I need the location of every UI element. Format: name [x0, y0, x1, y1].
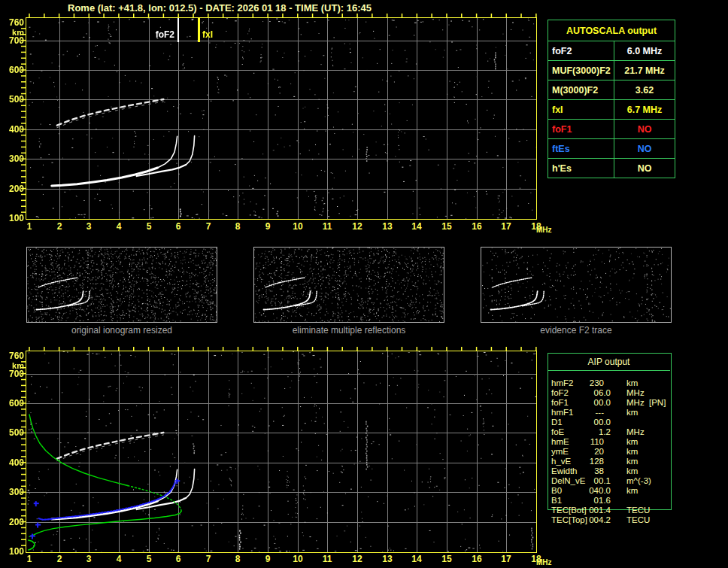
- ionogram-bottom-plot: [26, 351, 537, 553]
- y-tick-label-top: 760: [0, 18, 24, 27]
- aip-unit: km: [626, 457, 638, 466]
- aip-unit: km: [626, 466, 638, 476]
- x-tick-label-bottom: 5: [138, 554, 160, 563]
- autoscala-value: NO: [614, 139, 675, 159]
- x-tick-label-top: 10: [287, 222, 309, 231]
- autoscala-param: M(3000)F2: [548, 80, 614, 100]
- autoscala-param: ftEs: [548, 139, 614, 159]
- y-tick-label-bottom: 760: [0, 351, 24, 360]
- x-tick-label-top: 2: [48, 222, 71, 231]
- aip-row: Ewidth38km: [548, 466, 728, 476]
- aip-table-title: AIP output: [548, 357, 670, 367]
- fxi-marker-label: fxI: [202, 30, 213, 39]
- y-axis-unit-top: km: [0, 29, 24, 37]
- panel-original-canvas: [27, 248, 217, 322]
- aip-param: hmF2: [551, 378, 573, 388]
- x-tick-label-bottom: 2: [48, 554, 71, 563]
- x-tick-label-bottom: 14: [405, 554, 428, 563]
- fof2-marker-label: foF2: [149, 30, 174, 39]
- autoscala-row: foF1NO: [548, 120, 675, 139]
- aip-row: foF206.0MHz: [548, 388, 728, 398]
- aip-unit: MHz: [626, 388, 645, 398]
- autoscala-table-title: AUTOSCALA output: [548, 20, 675, 41]
- y-tick-label-bottom: 700: [0, 369, 24, 378]
- autoscala-row: ftEsNO: [548, 139, 675, 159]
- autoscala-value: NO: [614, 120, 675, 139]
- aip-param: foE: [551, 427, 564, 437]
- aip-value: 110: [578, 437, 604, 447]
- aip-unit: TECU: [626, 515, 650, 525]
- aip-row: D100.0: [548, 418, 728, 427]
- panel-caption-original: original ionogram resized: [26, 325, 217, 336]
- aip-row: foE1.2MHz: [548, 427, 728, 437]
- aip-param: foF2: [551, 388, 569, 398]
- aip-note: [PN]: [649, 398, 666, 408]
- y-tick-label-top: 300: [0, 154, 24, 163]
- panel-evidence-canvas: [481, 248, 671, 322]
- aip-value: 230: [578, 378, 604, 388]
- y-tick-label-top: 600: [0, 65, 24, 74]
- autoscala-param: fxI: [548, 100, 614, 120]
- x-tick-label-top: 11: [316, 222, 338, 231]
- aip-row: hmE110km: [548, 437, 728, 447]
- fxi-marker-line: [198, 18, 200, 42]
- y-tick-label-bottom: 400: [0, 458, 24, 467]
- autoscala-row: fxI6.7 MHz: [548, 100, 675, 120]
- x-tick-label-bottom: 7: [197, 554, 220, 563]
- x-tick-label-top: 3: [77, 222, 100, 231]
- y-tick-label-bottom: 300: [0, 488, 24, 497]
- x-tick-label-bottom: 11: [316, 554, 338, 563]
- aip-param: D1: [551, 418, 563, 427]
- aip-unit: MHz: [626, 427, 645, 437]
- x-axis-unit-top: MHz: [536, 226, 552, 234]
- ionogram-top-plot: [26, 17, 537, 220]
- x-tick-label-bottom: 13: [376, 554, 399, 563]
- autoscala-row: h'EsNO: [548, 159, 675, 178]
- aip-value: 38: [578, 466, 604, 476]
- aip-row: TEC[Top]004.2TECU: [548, 515, 728, 525]
- aip-header-rule: [548, 370, 670, 371]
- aip-value: 00.0: [578, 398, 611, 408]
- aip-param: hmE: [551, 437, 569, 447]
- x-tick-label-bottom: 6: [167, 554, 190, 563]
- x-tick-label-top: 13: [376, 222, 399, 231]
- aip-row: hmF2230km: [548, 378, 728, 388]
- aip-row: DelN_vE00.1m^(-3): [548, 476, 728, 486]
- x-tick-label-top: 17: [495, 222, 517, 231]
- aip-value: 001.4: [578, 506, 611, 515]
- autoscala-value: 6.7 MHz: [614, 100, 675, 120]
- aip-row: B0040.0km: [548, 486, 728, 496]
- y-tick-label-bottom: 500: [0, 428, 24, 437]
- aip-value: 20: [578, 447, 604, 457]
- autoscala-output-table: AUTOSCALA output foF26.0 MHzMUF(3000)F22…: [548, 20, 675, 178]
- x-tick-label-bottom: 4: [108, 554, 130, 563]
- aip-value: 1.2: [578, 427, 611, 437]
- aip-row: foF100.0MHz[PN]: [548, 398, 728, 408]
- aip-unit: km: [626, 437, 638, 447]
- aip-row: hmF1---km: [548, 408, 728, 418]
- x-tick-label-top: 9: [256, 222, 279, 231]
- x-tick-label-top: 16: [466, 222, 488, 231]
- fof2-marker-line: [177, 18, 179, 42]
- ionogram-top-canvas: [26, 18, 536, 219]
- aip-value: 01.6: [578, 496, 611, 506]
- y-axis-unit-bottom: km: [0, 362, 24, 370]
- autoscala-value: 21.7 MHz: [614, 61, 675, 80]
- aip-param: B1: [551, 496, 562, 506]
- aip-unit: MHz: [626, 398, 645, 408]
- x-tick-label-bottom: 10: [287, 554, 309, 563]
- autoscala-row: MUF(3000)F221.7 MHz: [548, 61, 675, 80]
- y-tick-label-bottom: 600: [0, 399, 24, 408]
- aip-unit: TECU: [626, 506, 650, 515]
- aip-row: TEC[Bot]001.4TECU: [548, 506, 728, 515]
- x-tick-label-top: 6: [167, 222, 190, 231]
- autoscala-value: 3.62: [614, 80, 675, 100]
- autoscala-app-window: Rome (lat: +41.8, lon: 012.5) - DATE: 20…: [0, 0, 728, 568]
- page-title: Rome (lat: +41.8, lon: 012.5) - DATE: 20…: [68, 2, 372, 14]
- aip-value: 06.0: [578, 388, 611, 398]
- aip-param: ymE: [551, 447, 569, 457]
- x-tick-label-top: 8: [226, 222, 249, 231]
- aip-unit: km: [626, 486, 638, 496]
- x-tick-label-bottom: 16: [466, 554, 488, 563]
- autoscala-value: 6.0 MHz: [614, 41, 675, 61]
